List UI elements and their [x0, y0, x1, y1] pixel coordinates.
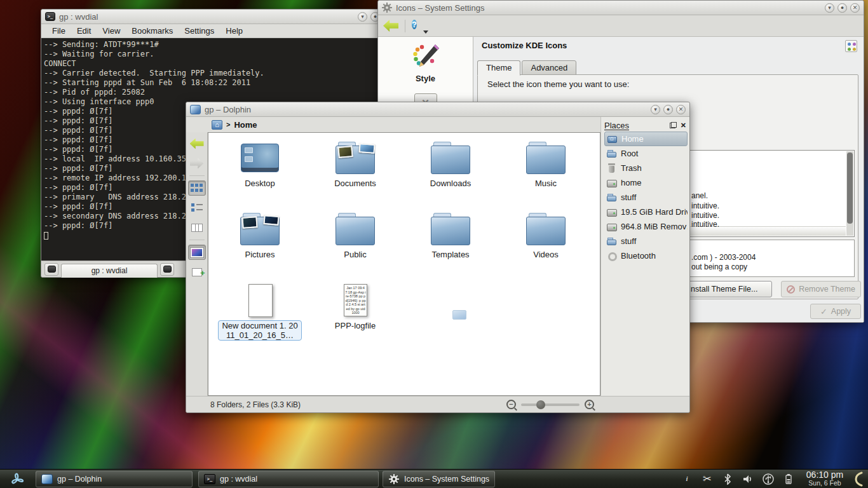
menu-item[interactable]: Edit	[71, 25, 97, 37]
notifications-icon[interactable]: i	[681, 473, 693, 485]
minimize-button[interactable]: ▾	[825, 3, 834, 13]
menu-item[interactable]: Help	[220, 25, 248, 37]
app-launcher-button[interactable]	[3, 470, 32, 488]
file-item[interactable]: Videos	[498, 209, 593, 280]
columns-view-button[interactable]	[188, 220, 206, 235]
file-item[interactable]: Downloads	[403, 138, 498, 209]
close-panel-icon[interactable]: ✕	[679, 121, 688, 130]
zoom-in-icon[interactable]: +	[585, 400, 594, 409]
toolbar-separator	[405, 20, 405, 32]
zoom-slider[interactable]	[521, 403, 580, 406]
terminal-menubar: FileEditViewBookmarksSettingsHelp	[41, 24, 384, 38]
terminal-titlebar[interactable]: >_ gp : wvdial ▾ ●	[41, 10, 384, 24]
icons-view-button[interactable]	[188, 180, 206, 196]
back-icon	[190, 139, 204, 149]
tab[interactable]: Advanced	[522, 60, 576, 76]
file-item[interactable]: Documents	[308, 138, 403, 209]
close-button[interactable]: ✕	[850, 3, 860, 13]
theme-description-text: out being a copy	[691, 262, 747, 271]
tab-list-button[interactable]	[160, 263, 174, 276]
zoom-slider-handle[interactable]	[536, 400, 545, 409]
file-icon	[240, 212, 280, 247]
terminal-line: --> Carrier detected. Starting PPP immed…	[44, 69, 381, 78]
zoom-out-icon[interactable]: −	[506, 400, 516, 409]
breadcrumb: ⌂ > Home	[186, 117, 600, 132]
breadcrumb-home[interactable]: Home	[234, 120, 257, 130]
dolphin-titlebar[interactable]: gp – Dolphin ▾ ● ✕	[186, 102, 689, 117]
preview-button[interactable]	[188, 245, 206, 260]
file-item[interactable]: New document 1. 2011_01_20_16_5…	[212, 280, 308, 351]
drag-ghost-artifact	[452, 310, 466, 320]
taskbar-task-system-settings[interactable]: Icons – System Settings	[383, 471, 495, 487]
panel-toolbox-cashew-icon[interactable]	[850, 470, 865, 488]
preview-icon	[191, 248, 203, 257]
maximize-button[interactable]: ●	[663, 105, 673, 114]
clock[interactable]: 06:10 pm Sun, 6 Feb	[802, 470, 848, 487]
tab[interactable]: Theme	[477, 60, 520, 76]
maximize-button[interactable]: ●	[837, 3, 847, 13]
file-item[interactable]: Desktop	[212, 138, 308, 209]
icon-sizes-icon[interactable]	[845, 40, 857, 52]
terminal-tab[interactable]: gp : wvdial	[61, 264, 158, 278]
new-tab-button[interactable]	[44, 263, 58, 276]
volume-icon[interactable]	[742, 473, 754, 485]
place-icon	[607, 251, 617, 261]
place-label: Home	[621, 134, 644, 144]
terminal-cursor	[44, 232, 48, 240]
help-button[interactable]: ?	[412, 18, 428, 34]
remove-theme-button[interactable]: Remove Theme	[781, 281, 861, 297]
place-item[interactable]: home	[604, 175, 688, 190]
taskbar-task-wvdial[interactable]: >_ gp : wvdial	[198, 471, 379, 487]
file-item[interactable]: Pictures	[212, 209, 308, 280]
details-view-button[interactable]	[188, 200, 206, 215]
sidebar-item-label: Style	[416, 74, 435, 83]
scrollbar[interactable]	[846, 151, 853, 236]
menu-item[interactable]: Settings	[179, 25, 220, 37]
settings-titlebar[interactable]: Icons – System Settings ▾ ● ✕	[378, 1, 864, 15]
check-icon: ✓	[820, 307, 827, 316]
float-panel-icon[interactable]	[670, 122, 677, 128]
back-button[interactable]	[188, 136, 206, 151]
menu-item[interactable]: Bookmarks	[126, 25, 179, 37]
place-label: stuff	[621, 193, 636, 202]
minimize-button[interactable]: ▾	[651, 105, 660, 114]
dolphin-statusbar: 8 Folders, 2 Files (3.3 KiB) − +	[186, 396, 689, 412]
file-item[interactable]: Music	[498, 138, 593, 209]
taskbar-task-dolphin[interactable]: gp – Dolphin	[36, 471, 193, 487]
file-label: PPP-logfile	[332, 320, 379, 331]
forward-button[interactable]	[188, 156, 206, 171]
terminal-line: --> Pid of pppd: 25082	[44, 88, 381, 97]
sidebar-item-style[interactable]: Style	[411, 43, 440, 83]
place-item[interactable]: Trash	[604, 161, 688, 175]
place-item[interactable]: Home	[604, 132, 688, 146]
apply-button[interactable]: ✓ Apply	[810, 304, 861, 319]
menu-item[interactable]: View	[97, 25, 126, 37]
place-item[interactable]: Root	[604, 146, 688, 161]
konsole-icon	[163, 266, 172, 273]
place-item[interactable]: 964.8 MiB Remov…	[604, 219, 688, 234]
device-notifier-usb-icon[interactable]	[763, 473, 774, 485]
menu-item[interactable]: File	[46, 25, 71, 37]
file-label: Downloads	[427, 178, 474, 189]
file-view[interactable]: Desktop Documents	[208, 132, 600, 396]
icon-decoration	[359, 143, 376, 154]
split-view-button[interactable]	[188, 264, 206, 280]
minimize-button[interactable]: ▾	[358, 12, 367, 22]
place-item[interactable]: 19.5 GiB Hard Drive	[604, 205, 688, 219]
place-item[interactable]: stuff	[604, 234, 688, 248]
home-folder-icon[interactable]: ⌂	[212, 120, 222, 130]
details-view-icon	[191, 203, 203, 212]
scrollbar-thumb[interactable]	[847, 152, 853, 224]
file-item[interactable]: Public	[308, 209, 403, 280]
close-button[interactable]: ✕	[676, 105, 686, 114]
place-item[interactable]: stuff	[604, 190, 688, 205]
bluetooth-icon[interactable]	[722, 473, 733, 485]
place-label: home	[621, 178, 642, 187]
split-view-icon	[192, 268, 202, 276]
file-item[interactable]: Templates	[403, 209, 498, 280]
file-item[interactable]: Jan 17 09:4 7:18 gp-Asp ire-5738 pp pd[1…	[308, 280, 403, 351]
klipper-icon[interactable]: ✂	[702, 473, 713, 485]
battery-icon[interactable]	[783, 473, 794, 485]
back-icon[interactable]	[383, 20, 398, 32]
place-item[interactable]: Bluetooth	[604, 248, 688, 263]
